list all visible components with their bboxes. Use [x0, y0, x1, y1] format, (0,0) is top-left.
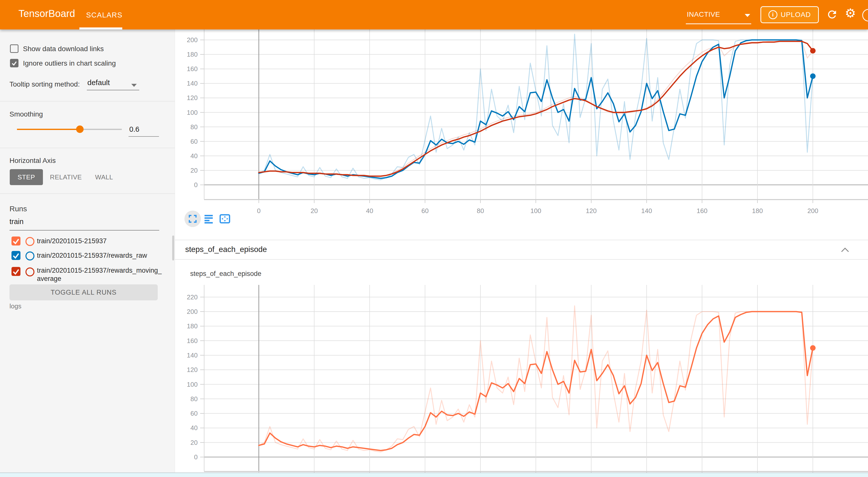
run-color-ring[interactable] — [26, 267, 34, 277]
axis-button-step[interactable]: STEP — [10, 169, 43, 185]
svg-text:160: 160 — [187, 65, 198, 73]
svg-text:200: 200 — [807, 207, 818, 215]
runs-filter-underline — [9, 230, 159, 230]
sidebar-scrollbar[interactable] — [172, 235, 174, 260]
run-label: train/20201015-215937/rewards_moving_ave… — [37, 266, 162, 283]
svg-text:100: 100 — [187, 109, 198, 116]
svg-text:80: 80 — [190, 123, 198, 131]
run-label: train/20201015-215937 — [37, 237, 162, 245]
app-header — [0, 0, 868, 29]
svg-text:80: 80 — [190, 395, 198, 403]
tab-active-underline — [80, 27, 122, 29]
tooltip-sorting-select[interactable]: default — [87, 78, 110, 87]
svg-text:60: 60 — [422, 207, 429, 215]
info-icon: i — [768, 10, 777, 19]
svg-text:0: 0 — [194, 453, 198, 461]
svg-text:200: 200 — [187, 308, 198, 315]
svg-text:80: 80 — [477, 207, 484, 215]
divider — [175, 240, 868, 240]
smoothing-label: Smoothing — [9, 110, 43, 118]
divider — [0, 101, 175, 101]
svg-text:160: 160 — [696, 207, 707, 215]
chevron-up-icon[interactable] — [840, 246, 850, 254]
axis-button-wall[interactable]: WALL — [88, 169, 120, 185]
runs-filter-input[interactable] — [9, 218, 149, 226]
steps-line-chart[interactable]: 0204060801001201401601802002200204060801… — [175, 260, 868, 477]
svg-text:40: 40 — [190, 152, 198, 160]
show-download-links-label: Show data download links — [23, 45, 104, 53]
smoothing-value[interactable]: 0.6 — [129, 125, 139, 133]
ignore-outliers-label: Ignore outliers in chart scaling — [23, 59, 116, 67]
svg-text:0: 0 — [194, 181, 198, 189]
svg-text:60: 60 — [190, 138, 198, 145]
status-dropdown-underline — [686, 24, 751, 24]
svg-text:20: 20 — [190, 439, 198, 446]
svg-text:180: 180 — [187, 51, 198, 58]
show-download-links-checkbox[interactable] — [10, 44, 19, 53]
svg-text:180: 180 — [187, 322, 198, 330]
horizontal-axis-label: Horizontal Axis — [9, 157, 56, 165]
svg-text:140: 140 — [187, 80, 198, 87]
logs-footer: logs — [9, 303, 22, 310]
divider — [0, 193, 175, 194]
svg-text:60: 60 — [190, 410, 198, 417]
status-dropdown[interactable]: INACTIVE — [687, 10, 720, 19]
rewards-line-chart[interactable]: 0204060801001201401601802000204060801001… — [175, 27, 868, 240]
tooltip-sorting-underline — [87, 90, 139, 90]
run-label: train/20201015-215937/rewards_raw — [37, 252, 162, 260]
chevron-down-icon[interactable] — [745, 14, 750, 17]
run-checkbox[interactable] — [11, 267, 21, 276]
svg-text:220: 220 — [187, 293, 198, 301]
axis-button-relative[interactable]: RELATIVE — [46, 169, 86, 185]
svg-text:20: 20 — [311, 207, 318, 215]
ignore-outliers-checkbox[interactable] — [10, 59, 19, 67]
svg-text:100: 100 — [530, 207, 541, 215]
svg-text:200: 200 — [187, 36, 198, 44]
svg-text:180: 180 — [752, 207, 763, 215]
app-title: TensorBoard — [19, 8, 75, 19]
svg-text:120: 120 — [586, 207, 596, 215]
svg-text:140: 140 — [187, 351, 198, 359]
tab-scalars[interactable]: SCALARS — [86, 11, 123, 19]
tooltip-sorting-label: Tooltip sorting method: — [9, 80, 80, 88]
smoothing-slider-track[interactable] — [80, 129, 122, 130]
run-checkbox[interactable] — [11, 251, 21, 260]
chevron-down-icon[interactable] — [131, 84, 137, 87]
svg-text:120: 120 — [187, 94, 198, 101]
divider — [175, 259, 868, 260]
section-title[interactable]: steps_of_each_episode — [185, 245, 267, 254]
settings-gear-icon[interactable]: ⚙ — [845, 6, 856, 21]
toggle-all-runs-button[interactable]: TOGGLE ALL RUNS — [9, 284, 158, 300]
run-color-ring[interactable] — [26, 252, 34, 260]
smoothing-slider-thumb[interactable] — [76, 126, 84, 133]
runs-selector-icon[interactable] — [204, 214, 214, 224]
svg-text:120: 120 — [187, 366, 198, 374]
fit-domain-icon[interactable] — [219, 214, 230, 224]
svg-text:0: 0 — [257, 207, 260, 215]
divider — [0, 148, 175, 148]
runs-heading: Runs — [9, 204, 27, 213]
svg-text:140: 140 — [641, 207, 652, 215]
fullscreen-icon[interactable] — [188, 214, 198, 224]
upload-button[interactable]: i UPLOAD — [761, 6, 819, 23]
upload-button-label: UPLOAD — [781, 11, 811, 19]
svg-text:100: 100 — [187, 381, 198, 388]
run-color-ring[interactable] — [26, 237, 34, 246]
svg-text:40: 40 — [366, 207, 373, 215]
smoothing-value-underline — [128, 136, 159, 137]
smoothing-slider-fill[interactable] — [17, 129, 80, 130]
refresh-icon[interactable] — [826, 8, 838, 21]
svg-text:160: 160 — [187, 337, 198, 345]
svg-text:20: 20 — [190, 167, 198, 174]
run-checkbox[interactable] — [11, 236, 21, 246]
svg-text:40: 40 — [190, 424, 198, 432]
bottom-scroll-strip[interactable] — [0, 473, 868, 477]
